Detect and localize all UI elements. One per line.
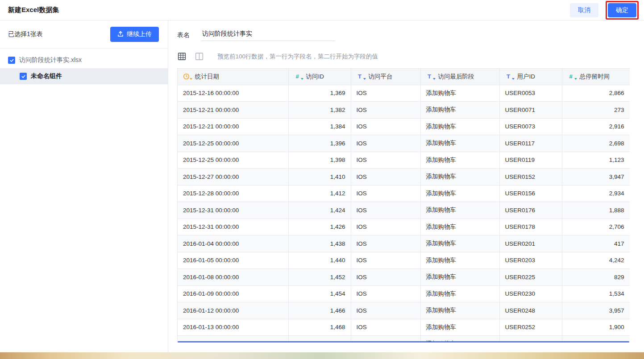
table-cell: 4,242 — [562, 252, 630, 269]
confirm-button[interactable]: 确定 — [608, 3, 636, 17]
table-cell: 1,396 — [288, 135, 351, 152]
table-cell: USER0073 — [499, 118, 562, 135]
table-cell: 添加购物车 — [420, 185, 499, 202]
table-cell: IOS — [351, 252, 420, 269]
table-cell: 添加购物车 — [420, 319, 499, 336]
table-cell: 2015-12-16 00:00:00 — [178, 85, 288, 102]
table-cell: 1,454 — [288, 285, 351, 302]
horizontal-scrollbar[interactable] — [178, 341, 629, 342]
table-cell: USER0225 — [499, 269, 562, 286]
table-cell: IOS — [351, 135, 420, 152]
table-cell: 3,947 — [562, 169, 630, 186]
table-cell: 添加购物车 — [420, 269, 499, 286]
continue-upload-button[interactable]: 继续上传 — [110, 27, 159, 42]
column-label: 访问ID — [306, 73, 324, 81]
table-cell: USER0117 — [499, 135, 562, 152]
dialog-title: 新建Excel数据集 — [8, 6, 59, 14]
table-cell: 2015-12-25 00:00:00 — [178, 135, 288, 152]
table-cell: IOS — [351, 102, 420, 119]
table-cell: 2016-01-12 00:00:00 — [178, 302, 288, 319]
column-label: 统计日期 — [195, 73, 219, 81]
table-row: 2016-01-08 00:00:001,452IOS添加购物车USER0225… — [178, 269, 630, 286]
column-header-6[interactable]: #总停留时间 — [562, 69, 630, 85]
table-cell: 2016-01-04 00:00:00 — [178, 235, 288, 252]
column-header-4[interactable]: T访问最后阶段 — [420, 69, 499, 85]
new-excel-dataset-dialog: 新建Excel数据集 取消 确定 已选择1张表 继续上传 — [0, 0, 644, 352]
table-cell: 2016-01-09 00:00:00 — [178, 285, 288, 302]
text-field-icon: T — [426, 73, 433, 80]
table-cell: 2016-01-08 00:00:00 — [178, 269, 288, 286]
table-cell: 添加购物车 — [420, 102, 499, 119]
table-cell: 添加购物车 — [420, 219, 499, 235]
text-field-icon: T — [357, 73, 363, 80]
table-row: 2015-12-31 00:00:001,424IOS添加购物车USER0176… — [178, 202, 630, 219]
table-cell: 2,706 — [562, 219, 630, 235]
table-cell: USER0156 — [499, 185, 562, 202]
table-cell: USER0203 — [499, 252, 562, 269]
upload-button-label: 继续上传 — [127, 30, 152, 38]
file-item[interactable]: 访问阶段统计事实.xlsx — [0, 52, 168, 68]
table-cell: IOS — [351, 202, 420, 219]
component-checkbox[interactable] — [20, 73, 27, 80]
table-cell: IOS — [351, 185, 420, 202]
table-cell: USER0178 — [499, 219, 562, 235]
table-cell: 添加购物车 — [420, 118, 499, 135]
table-row: 2015-12-25 00:00:001,396IOS添加购物车USER0117… — [178, 135, 630, 152]
grid-view-icon[interactable] — [177, 52, 187, 61]
table-row: 2016-01-13 00:00:001,468IOS添加购物车USER0252… — [178, 319, 630, 336]
table-row: 2015-12-21 00:00:001,382IOS添加购物车USER0071… — [178, 102, 630, 119]
preview-hint: 预览前100行数据，第一行为字段名，第二行开始为字段的值 — [217, 53, 378, 61]
table-cell: IOS — [351, 118, 420, 135]
table-cell: USER0053 — [499, 85, 562, 102]
main-panel: 表名 预览前100行数据，第一行为字段名，第二行开始为字段的值 统计日期#访问I… — [168, 21, 644, 352]
table-cell: 1,369 — [288, 85, 351, 102]
selected-count-text: 已选择1张表 — [8, 30, 43, 38]
table-row: 2015-12-25 00:00:001,398IOS添加购物车USER0119… — [178, 152, 630, 169]
table-cell: 1,426 — [288, 219, 351, 235]
table-cell: 1,468 — [288, 319, 351, 336]
column-header-1[interactable]: 统计日期 — [178, 69, 288, 85]
component-item[interactable]: 未命名组件 — [0, 68, 168, 84]
table-cell: 2016-01-13 00:00:00 — [178, 319, 288, 336]
column-label: 用户ID — [517, 73, 536, 81]
cancel-button[interactable]: 取消 — [570, 3, 598, 17]
table-cell: 1,900 — [562, 319, 630, 336]
table-cell: 1,888 — [562, 202, 630, 219]
table-cell: 添加购物车 — [420, 302, 499, 319]
table-cell: 273 — [562, 102, 630, 119]
table-row: 2015-12-21 00:00:001,384IOS添加购物车USER0073… — [178, 118, 630, 135]
file-name: 访问阶段统计事实.xlsx — [19, 56, 82, 64]
column-header-2[interactable]: #访问ID — [288, 69, 351, 85]
card-view-icon[interactable] — [195, 52, 204, 61]
table-cell: 1,424 — [288, 202, 351, 219]
table-cell: 添加购物车 — [420, 285, 499, 302]
table-cell: 1,440 — [288, 252, 351, 269]
table-cell: 1,534 — [562, 285, 630, 302]
table-cell: 829 — [562, 269, 630, 286]
table-cell: IOS — [351, 219, 420, 235]
table-cell: 2015-12-25 00:00:00 — [178, 152, 288, 169]
table-cell: 添加购物车 — [420, 169, 499, 186]
table-cell: USER0071 — [499, 102, 562, 119]
column-header-3[interactable]: T访问平台 — [351, 69, 420, 85]
column-header-5[interactable]: T用户ID — [499, 69, 562, 85]
table-cell: 1,452 — [288, 269, 351, 286]
dialog-header: 新建Excel数据集 取消 确定 — [0, 0, 644, 21]
table-cell: USER0176 — [499, 202, 562, 219]
table-cell: USER0152 — [499, 169, 562, 186]
table-row: 2015-12-16 00:00:001,369IOS添加购物车USER0053… — [178, 85, 630, 102]
sidebar-header: 已选择1张表 继续上传 — [0, 21, 168, 49]
table-row: 2015-12-28 00:00:001,412IOS添加购物车USER0156… — [178, 185, 630, 202]
table-cell: 添加购物车 — [420, 135, 499, 152]
table-header-row: 统计日期#访问IDT访问平台T访问最后阶段T用户ID#总停留时间 — [178, 69, 630, 85]
header-actions: 取消 确定 — [570, 1, 639, 20]
table-name-input[interactable] — [201, 29, 335, 41]
file-checkbox[interactable] — [8, 57, 15, 64]
table-cell: 1,438 — [288, 235, 351, 252]
text-field-icon: T — [505, 73, 512, 80]
table-cell: IOS — [351, 235, 420, 252]
annotation-highlight: 确定 — [606, 1, 639, 20]
column-label: 总停留时间 — [580, 73, 610, 81]
table-cell: 2,934 — [562, 185, 630, 202]
table-cell: 2015-12-31 00:00:00 — [178, 219, 288, 235]
